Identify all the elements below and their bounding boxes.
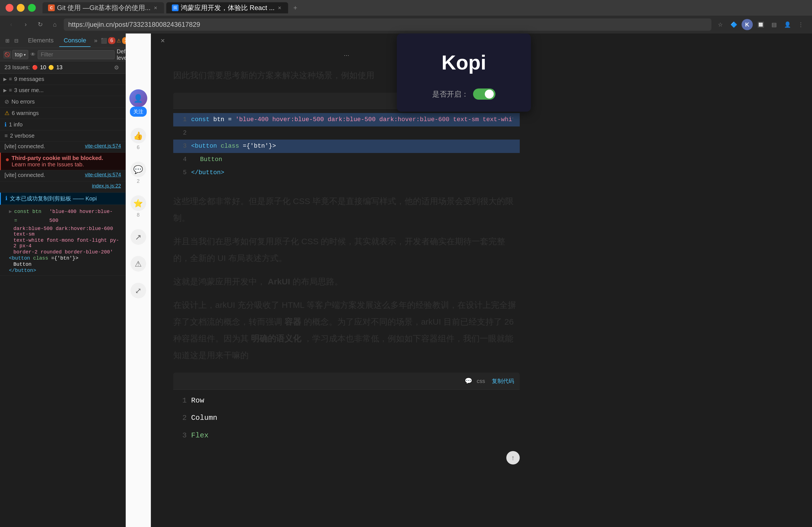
css-block-header: 💬 css 复制代码 <box>173 373 520 390</box>
expand-icon: ⤢ <box>130 283 146 298</box>
like-icon: 👍 <box>130 128 146 144</box>
btn-var: btn = <box>213 116 235 123</box>
tab-elements[interactable]: Elements <box>24 35 58 47</box>
code-preview: ▶ const btn = 'blue-400 hover:blue-500 d… <box>0 205 126 276</box>
css-line-2: 2 Column <box>173 409 520 427</box>
devtools-undock-icon[interactable]: ⊟ <box>12 37 20 45</box>
profile-icon[interactable]: 👤 <box>782 19 793 30</box>
code-lines: 1 const btn = 'blue-400 hover:blue-500 d… <box>173 109 520 184</box>
sidebar-icon[interactable]: ▤ <box>768 19 780 30</box>
warnings-item: ⚠ 6 warnings <box>0 107 126 119</box>
messages-group: ▶ ≡ 9 messages <box>0 74 126 85</box>
minimize-traffic-light[interactable] <box>17 4 25 12</box>
msg-location-2[interactable]: vite-client.js:574 <box>85 172 121 178</box>
profile-k-icon[interactable]: K <box>742 19 753 30</box>
refresh-button[interactable]: ↻ <box>35 19 46 30</box>
user-messages-group: ▶ ≡ 3 user me... <box>0 85 126 96</box>
tab-close-git[interactable]: ✕ <box>153 5 158 11</box>
devtools-dock-icon[interactable]: ⊞ <box>3 37 11 45</box>
group-expand-icon: ▶ <box>3 76 7 82</box>
bookmark-icon[interactable]: ☆ <box>715 19 726 30</box>
toggle-knob <box>485 90 494 99</box>
const-keyword: const <box>191 116 213 123</box>
expand-action[interactable]: ⤢ <box>130 283 146 298</box>
comment-icon: 💬 <box>130 162 146 177</box>
tab-git[interactable]: C Git 使用 —Git基本指令的使用... ✕ <box>42 2 164 13</box>
user-group-label: 3 user me... <box>14 87 44 93</box>
console-msg-2: [vite] connected. vite-client.js:574 <box>0 170 126 181</box>
line-content-2 <box>191 127 195 139</box>
css-comment-icon[interactable]: 💬 <box>465 375 472 387</box>
comment-action[interactable]: 💬 2 <box>130 162 146 184</box>
para2-text: 并且当我们在思考如何复用原子化 CSS 的时候，其实就表示，开发者确实在期待一套… <box>173 237 505 263</box>
msg-location-3[interactable]: index.js.js:22 <box>92 183 121 189</box>
code-prev-button: <button class ={'btn'}> <box>4 255 121 261</box>
address-text: https://juejin.cn/post/73323180082436178… <box>68 21 200 29</box>
container-bold: 容器 <box>285 317 303 326</box>
code-line-4: 4 Button <box>173 153 520 166</box>
kopi-card: Kopi 是否开启： <box>397 33 531 112</box>
line-content-4: Button <box>191 154 222 165</box>
para1: 这些理念都非常好。但是原子化 CSS 毕竟不是直接编写样式，他的适用场景会受到很… <box>173 193 520 226</box>
bookmark-action[interactable]: ⭐ 8 <box>130 195 146 218</box>
warning-triangle-icon: ⚠ <box>4 110 10 116</box>
top-selector[interactable]: 🚫 top ▾ <box>3 50 28 59</box>
css-line-3: 3 Flex <box>173 427 520 445</box>
issues-error-count: 10 <box>40 64 46 71</box>
kopi-toggle-row: 是否开启： <box>432 88 495 101</box>
user-group-expand-icon: ▶ <box>3 88 7 93</box>
top-badge[interactable]: top ▾ <box>12 50 28 59</box>
extension2-icon[interactable]: 🔲 <box>755 19 766 30</box>
share-icon: ↗ <box>130 229 146 245</box>
css-copy-button[interactable]: 复制代码 <box>492 376 514 386</box>
more-tabs-button[interactable]: » <box>92 35 100 47</box>
eye-icon[interactable]: 👁 <box>30 51 35 59</box>
tab-juejin[interactable]: 掘 鸿蒙应用开发，体验比 React ... ✕ <box>166 2 288 13</box>
add-tab-button[interactable]: + <box>290 3 300 13</box>
error-dot-icon: ● <box>5 155 10 163</box>
code-prev-continuation: dark:blue-500 dark:hover:blue-600 text-s… <box>4 226 121 237</box>
address-bar[interactable]: https://juejin.cn/post/73323180082436178… <box>64 18 711 31</box>
close-traffic-light[interactable] <box>5 4 13 12</box>
like-action[interactable]: 👍 6 <box>130 128 146 150</box>
report-action[interactable]: ⚠ <box>130 256 146 272</box>
code-prev-value: 'blue-400 hover:blue-500 <box>49 207 121 225</box>
issues-settings-button[interactable]: ⚙ <box>112 63 121 72</box>
line-num-3: 3 <box>180 141 187 152</box>
tab-label-git: Git 使用 —Git基本指令的使用... <box>57 3 150 12</box>
forward-button[interactable]: › <box>20 19 31 30</box>
error-icon: ⬛ <box>101 38 107 44</box>
group-icon: ≡ <box>9 76 12 82</box>
para2: 并且当我们在思考如何复用原子化 CSS 的时候，其实就表示，开发者确实在期待一套… <box>173 233 520 267</box>
kopi-toggle[interactable] <box>473 89 495 100</box>
bookmark-icon: ⭐ <box>130 195 146 211</box>
css-num-1: 1 <box>180 394 187 407</box>
class-eq: ={'btn'}> <box>243 142 276 150</box>
follow-button[interactable]: 关注 <box>130 107 147 117</box>
kopi-title: Kopi <box>441 45 486 81</box>
tab-label-juejin: 鸿蒙应用开发，体验比 React ... <box>181 3 275 12</box>
comment-count: 2 <box>136 178 140 184</box>
issues-warning-icon: 🟡 <box>48 65 54 70</box>
msg-location-1[interactable]: vite-client.js:574 <box>85 143 121 149</box>
share-action[interactable]: ↗ <box>130 229 146 245</box>
info-circle-icon: ℹ <box>4 121 7 128</box>
scroll-to-top-button[interactable]: ↑ <box>506 451 520 465</box>
home-button[interactable]: ⌂ <box>49 19 60 30</box>
scroll-to-top-area: ↑ <box>173 451 520 465</box>
tab-close-juejin[interactable]: ✕ <box>277 5 282 11</box>
group-label: 9 messages <box>14 76 44 82</box>
extension-icon[interactable]: 🔷 <box>728 19 739 30</box>
maximize-traffic-light[interactable] <box>28 4 36 12</box>
console-toolbar: 🚫 top ▾ 👁 Default levels ▾ <box>0 48 126 61</box>
filter-input[interactable] <box>38 50 115 59</box>
user-messages-group-header[interactable]: ▶ ≡ 3 user me... <box>0 85 126 96</box>
tab-console[interactable]: Console <box>59 35 91 47</box>
para3-suffix: 的布局思路。 <box>292 277 343 286</box>
back-button[interactable]: ‹ <box>5 19 17 30</box>
messages-group-header[interactable]: ▶ ≡ 9 messages <box>0 74 126 85</box>
code-prev-const: const btn = <box>14 207 47 225</box>
para3-prefix: 这就是鸿蒙应用开发中， <box>173 277 265 286</box>
more-options-icon[interactable]: ⋮ <box>795 19 807 30</box>
btn-value: 'blue-400 hover:blue-500 dark:blue-500 d… <box>235 116 513 123</box>
